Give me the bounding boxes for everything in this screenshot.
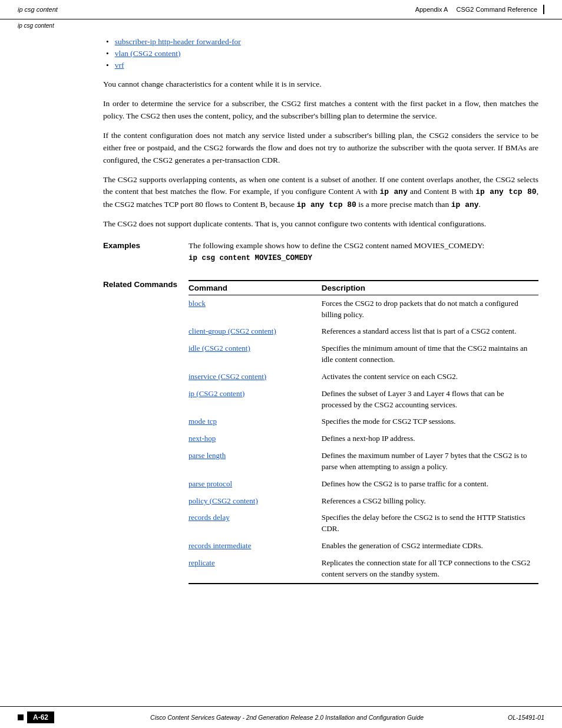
command-link[interactable]: inservice (CSG2 content) bbox=[189, 372, 266, 381]
command-cell: inservice (CSG2 content) bbox=[189, 368, 322, 386]
description-cell: Forces the CSG2 to drop packets that do … bbox=[322, 295, 538, 323]
para4-between3: is a more precise match than bbox=[356, 200, 451, 209]
description-cell: Defines how the CSG2 is to parse traffic… bbox=[322, 476, 538, 493]
bullet-link-3[interactable]: vrf bbox=[115, 61, 124, 70]
command-cell: records intermediate bbox=[189, 538, 322, 555]
table-row: inservice (CSG2 content)Activates the co… bbox=[189, 368, 538, 386]
description-cell: Activates the content service on each CS… bbox=[322, 368, 538, 386]
command-link[interactable]: next-hop bbox=[189, 434, 216, 443]
command-cell: parse length bbox=[189, 447, 322, 476]
main-content: subscriber-ip http-header forwarded-for … bbox=[103, 19, 538, 602]
examples-label: Examples bbox=[103, 241, 189, 250]
header-left: ip csg content bbox=[18, 6, 58, 13]
table-row: next-hopDefines a next-hop IP address. bbox=[189, 430, 538, 447]
table-row: client-group (CSG2 content)References a … bbox=[189, 323, 538, 340]
examples-content: The following example shows how to defin… bbox=[189, 241, 538, 262]
table-row: mode tcpSpecifies the mode for CSG2 TCP … bbox=[189, 413, 538, 430]
description-cell: Defines the maximum number of Layer 7 by… bbox=[322, 447, 538, 476]
header-rule bbox=[543, 5, 544, 14]
command-cell: idle (CSG2 content) bbox=[189, 340, 322, 368]
table-row: idle (CSG2 content)Specifies the minimum… bbox=[189, 340, 538, 368]
table-row: records delaySpecifies the delay before … bbox=[189, 509, 538, 538]
command-link[interactable]: mode tcp bbox=[189, 417, 217, 426]
table-row: ip (CSG2 content)Defines the subset of L… bbox=[189, 386, 538, 414]
bullet-link-1[interactable]: subscriber-ip http-header forwarded-for bbox=[115, 37, 241, 47]
col-description: Description bbox=[322, 281, 538, 295]
para4-bold3: ip any tcp 80 bbox=[296, 200, 356, 209]
command-link[interactable]: replicate bbox=[189, 558, 215, 567]
para4-after: . bbox=[479, 200, 481, 209]
paragraph-5: The CSG2 does not support duplicate cont… bbox=[103, 218, 538, 230]
command-cell: client-group (CSG2 content) bbox=[189, 323, 322, 340]
description-cell: References a standard access list that i… bbox=[322, 323, 538, 340]
para4-between1: and Content B with bbox=[408, 187, 475, 196]
related-commands-section: Related Commands Command Description blo… bbox=[103, 280, 538, 584]
description-cell: Specifies the mode for CSG2 TCP sessions… bbox=[322, 413, 538, 430]
header-appendix: Appendix A bbox=[415, 6, 448, 13]
footer-page: A-62 bbox=[27, 711, 54, 723]
related-commands-label: Related Commands bbox=[103, 280, 189, 289]
para4-bold1: ip any bbox=[380, 187, 408, 196]
examples-description: The following example shows how to defin… bbox=[189, 241, 484, 250]
command-cell: records delay bbox=[189, 509, 322, 538]
para4-bold2: ip any tcp 80 bbox=[475, 187, 536, 196]
para4-bold4: ip any bbox=[451, 200, 479, 209]
description-cell: Defines the subset of Layer 3 and Layer … bbox=[322, 386, 538, 414]
table-row: parse lengthDefines the maximum number o… bbox=[189, 447, 538, 476]
command-link[interactable]: parse length bbox=[189, 451, 226, 460]
description-cell: Specifies the delay before the CSG2 is t… bbox=[322, 509, 538, 538]
bullet-link-2[interactable]: vlan (CSG2 content) bbox=[115, 49, 181, 58]
table-row: policy (CSG2 content)References a CSG2 b… bbox=[189, 493, 538, 510]
description-cell: References a CSG2 billing policy. bbox=[322, 493, 538, 510]
description-cell: Defines a next-hop IP address. bbox=[322, 430, 538, 447]
paragraph-1: You cannot change characteristics for a … bbox=[103, 78, 538, 91]
command-link[interactable]: policy (CSG2 content) bbox=[189, 496, 258, 505]
command-link[interactable]: ip (CSG2 content) bbox=[189, 389, 244, 398]
command-link[interactable]: idle (CSG2 content) bbox=[189, 344, 250, 353]
command-cell: next-hop bbox=[189, 430, 322, 447]
footer-center: Cisco Content Services Gateway - 2nd Gen… bbox=[66, 714, 508, 721]
command-cell: block bbox=[189, 295, 322, 323]
list-item: subscriber-ip http-header forwarded-for bbox=[103, 37, 538, 47]
table-row: parse protocolDefines how the CSG2 is to… bbox=[189, 476, 538, 493]
side-label: ip csg content bbox=[18, 22, 54, 29]
command-link[interactable]: parse protocol bbox=[189, 479, 232, 488]
description-cell: Enables the generation of CSG2 intermedi… bbox=[322, 538, 538, 555]
related-table: Command Description blockForces the CSG2… bbox=[189, 280, 538, 584]
list-item: vrf bbox=[103, 61, 538, 70]
related-table-wrap: Command Description blockForces the CSG2… bbox=[189, 280, 538, 584]
examples-section: Examples The following example shows how… bbox=[103, 241, 538, 262]
list-item: vlan (CSG2 content) bbox=[103, 49, 538, 58]
col-command: Command bbox=[189, 281, 322, 295]
description-cell: Specifies the minimum amount of time tha… bbox=[322, 340, 538, 368]
command-link[interactable]: records delay bbox=[189, 513, 230, 522]
command-cell: parse protocol bbox=[189, 476, 322, 493]
command-link[interactable]: block bbox=[189, 299, 206, 308]
examples-code: ip csg content MOVIES_COMEDY bbox=[189, 254, 538, 262]
command-cell: replicate bbox=[189, 555, 322, 584]
paragraph-2: In order to determine the service for a … bbox=[103, 98, 538, 123]
top-header: ip csg content Appendix A CSG2 Command R… bbox=[0, 0, 562, 19]
description-cell: Replicates the connection state for all … bbox=[322, 555, 538, 584]
footer-right: OL-15491-01 bbox=[508, 714, 544, 721]
paragraph-3: If the content configuration does not ma… bbox=[103, 130, 538, 167]
paragraph-4: The CSG2 supports overlapping contents, … bbox=[103, 174, 538, 211]
bottom-footer: A-62 Cisco Content Services Gateway - 2n… bbox=[0, 706, 562, 728]
bullet-list: subscriber-ip http-header forwarded-for … bbox=[103, 37, 538, 70]
command-link[interactable]: records intermediate bbox=[189, 541, 251, 550]
header-right: Appendix A CSG2 Command Reference bbox=[415, 5, 544, 14]
command-cell: ip (CSG2 content) bbox=[189, 386, 322, 414]
footer-square bbox=[18, 714, 24, 720]
table-row: replicateReplicates the connection state… bbox=[189, 555, 538, 584]
header-title: CSG2 Command Reference bbox=[456, 6, 537, 13]
table-row: records intermediateEnables the generati… bbox=[189, 538, 538, 555]
command-link[interactable]: client-group (CSG2 content) bbox=[189, 327, 276, 335]
command-cell: policy (CSG2 content) bbox=[189, 493, 322, 510]
command-cell: mode tcp bbox=[189, 413, 322, 430]
table-row: blockForces the CSG2 to drop packets tha… bbox=[189, 295, 538, 323]
